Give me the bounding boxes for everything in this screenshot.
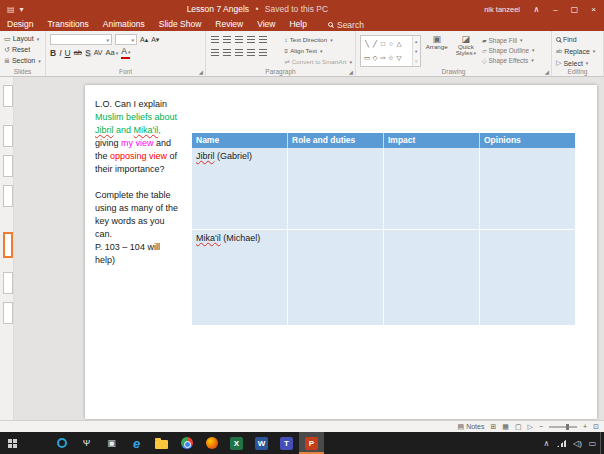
shape-icon[interactable]: ○: [387, 37, 395, 51]
task-view-icon[interactable]: ▣: [99, 432, 124, 454]
table-cell-empty[interactable]: [384, 230, 480, 325]
search-box[interactable]: Search: [328, 20, 364, 30]
section-button[interactable]: ≣ Section: [4, 55, 42, 66]
table-cell-empty[interactable]: [288, 148, 384, 229]
convert-to-smartart-button[interactable]: ⇄ Convert to SmartArt: [285, 56, 352, 67]
slide-thumbnail[interactable]: [3, 302, 13, 324]
shape-fill-button[interactable]: ▰ Shape Fill: [482, 35, 548, 45]
slide-thumbnail[interactable]: [3, 185, 13, 207]
align-text-button[interactable]: ≡ Align Text: [285, 45, 352, 56]
save-icon[interactable]: ▤: [7, 5, 15, 14]
shapes-gallery[interactable]: ╲╱□○△▭◇⇨☆▽○╳ ▴ ▾ ▿: [360, 35, 421, 67]
zoom-slider[interactable]: [549, 426, 577, 428]
firefox-icon[interactable]: [199, 432, 224, 454]
tab-design[interactable]: Design: [0, 18, 40, 31]
table-cell-empty[interactable]: [480, 148, 575, 229]
decrease-indent-icon[interactable]: [235, 36, 243, 43]
slide-thumbnail-panel[interactable]: [0, 77, 14, 420]
shape-icon[interactable]: ╲: [363, 37, 371, 51]
normal-view-button[interactable]: ⊞: [490, 423, 496, 431]
action-center-icon[interactable]: ▭: [588, 439, 597, 448]
user-name[interactable]: nik tanzeel: [484, 5, 520, 14]
slide-thumbnail[interactable]: [3, 155, 13, 177]
gallery-up-icon[interactable]: ▴: [415, 39, 417, 44]
shrink-font-button[interactable]: A▾: [151, 34, 159, 46]
ribbon-display-options-icon[interactable]: ∧: [528, 0, 545, 18]
line-spacing-icon[interactable]: [259, 36, 267, 43]
font-size-combo[interactable]: [115, 34, 137, 45]
reset-button[interactable]: ↺ Reset: [4, 44, 42, 55]
microphone-icon[interactable]: Ψ: [74, 432, 99, 454]
close-button[interactable]: ×: [585, 0, 602, 18]
character-spacing-button[interactable]: AV: [94, 47, 103, 59]
reading-view-button[interactable]: ▢: [515, 423, 522, 431]
lo-textbox[interactable]: L.O. Can I explainMuslim beliefs aboutJi…: [95, 98, 197, 267]
network-icon[interactable]: [557, 439, 567, 447]
grow-font-button[interactable]: A▴: [140, 34, 148, 46]
find-button[interactable]: Find: [556, 33, 600, 45]
slide-thumbnail[interactable]: [3, 125, 13, 147]
shape-icon[interactable]: □: [379, 37, 387, 51]
table-cell-empty[interactable]: [288, 230, 384, 325]
align-left-icon[interactable]: [211, 49, 219, 56]
volume-icon[interactable]: ◁): [573, 439, 582, 448]
shape-effects-button[interactable]: ◇ Shape Effects: [482, 55, 548, 65]
tab-help[interactable]: Help: [282, 18, 313, 31]
slide-thumbnail[interactable]: [3, 272, 13, 294]
quick-styles-button[interactable]: ◪ Quick Styles: [453, 33, 479, 66]
minimize-button[interactable]: –: [547, 0, 564, 18]
show-desktop-button[interactable]: [600, 432, 604, 454]
replace-button[interactable]: ab Replace: [556, 45, 600, 57]
text-direction-button[interactable]: ↕ Text Direction: [285, 34, 352, 45]
cortana-search-button[interactable]: [49, 432, 74, 454]
start-button[interactable]: [0, 432, 25, 454]
shape-icon[interactable]: ○: [363, 65, 371, 67]
strikethrough-button[interactable]: ab: [74, 47, 82, 59]
word-icon[interactable]: W: [249, 432, 274, 454]
font-name-combo[interactable]: [50, 34, 112, 45]
shape-icon[interactable]: ╱: [371, 37, 379, 51]
shape-icon[interactable]: △: [395, 37, 403, 51]
bold-button[interactable]: B: [50, 47, 56, 59]
arrange-button[interactable]: ▣ Arrange: [424, 33, 450, 66]
fit-to-window-button[interactable]: ⊡: [593, 423, 599, 431]
powerpoint-icon[interactable]: P: [299, 432, 324, 454]
align-right-icon[interactable]: [235, 49, 243, 56]
layout-button[interactable]: ▭ Layout: [4, 33, 42, 44]
justify-icon[interactable]: [247, 49, 255, 56]
edge-icon[interactable]: e: [124, 432, 149, 454]
tray-expand-icon[interactable]: ∧: [542, 439, 551, 448]
change-case-button[interactable]: Aa: [106, 47, 119, 59]
increase-indent-icon[interactable]: [247, 36, 255, 43]
shape-icon[interactable]: ☆: [387, 51, 395, 65]
table-cell-empty[interactable]: [384, 148, 480, 229]
excel-icon[interactable]: X: [224, 432, 249, 454]
notes-button[interactable]: ▤ Notes: [458, 423, 485, 431]
tab-slide-show[interactable]: Slide Show: [152, 18, 209, 31]
columns-icon[interactable]: [259, 49, 267, 56]
shape-icon[interactable]: ▭: [363, 51, 371, 65]
gallery-down-icon[interactable]: ▾: [415, 49, 417, 54]
gallery-more-icon[interactable]: ▿: [415, 59, 417, 64]
shape-icon[interactable]: ◇: [371, 51, 379, 65]
teams-icon[interactable]: T: [274, 432, 299, 454]
shapes-gallery-scroll[interactable]: ▴ ▾ ▿: [412, 36, 420, 66]
zoom-out-button[interactable]: −: [539, 423, 543, 430]
bullets-icon[interactable]: [211, 36, 219, 43]
underline-button[interactable]: U: [65, 47, 71, 59]
zoom-slider-thumb[interactable]: [566, 424, 569, 430]
shape-icon[interactable]: ╳: [371, 65, 379, 67]
slide-sorter-view-button[interactable]: ▦: [502, 423, 509, 431]
table-cell-name[interactable]: Mika'il (Michael): [192, 230, 288, 325]
zoom-in-button[interactable]: +: [583, 423, 587, 430]
tab-review[interactable]: Review: [208, 18, 250, 31]
numbering-icon[interactable]: [223, 36, 231, 43]
quick-access-dropdown-icon[interactable]: ▾: [20, 5, 24, 14]
file-explorer-icon[interactable]: [149, 432, 174, 454]
tab-animations[interactable]: Animations: [96, 18, 152, 31]
tab-view[interactable]: View: [250, 18, 282, 31]
table-cell-empty[interactable]: [480, 230, 575, 325]
slide-thumbnail[interactable]: [3, 85, 13, 107]
align-center-icon[interactable]: [223, 49, 231, 56]
font-color-button[interactable]: A: [121, 47, 130, 59]
